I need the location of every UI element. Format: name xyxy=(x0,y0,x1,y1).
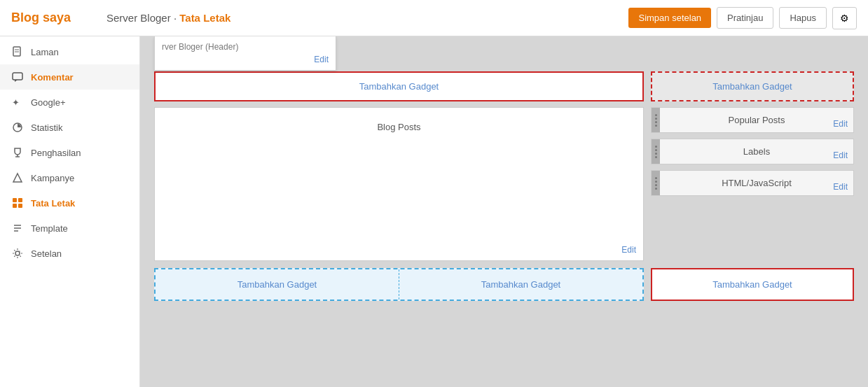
svg-rect-11 xyxy=(18,198,22,202)
labels-edit-link[interactable]: Edit xyxy=(833,150,848,160)
gear-icon: ⚙ xyxy=(840,13,849,24)
main-add-gadget-button[interactable]: Tambahkan Gadget xyxy=(154,71,644,101)
save-button[interactable]: Simpan setelan xyxy=(628,8,711,28)
drag-dot xyxy=(655,181,657,183)
blog-posts-title: Blog Posts xyxy=(163,116,635,138)
sidebar-item-template[interactable]: Template xyxy=(0,216,139,241)
svg-text:✦: ✦ xyxy=(12,97,20,108)
drag-dot xyxy=(655,188,657,190)
html-js-inner: HTML/JavaScript Edit xyxy=(660,171,853,195)
sidebar-label-laman: Laman xyxy=(31,47,59,57)
drag-dot xyxy=(655,177,657,179)
bottom-add-gadget-3[interactable]: Tambahkan Gadget xyxy=(651,268,854,301)
layout-columns: Tambahkan Gadget Blog Posts Edit Tambahk… xyxy=(154,71,854,261)
labels-inner: Labels Edit xyxy=(660,139,853,164)
sidebar-nav: Laman Komentar ✦ Google+ Statistik Pengh… xyxy=(0,36,140,387)
svg-rect-12 xyxy=(13,204,17,208)
drag-dot xyxy=(655,156,657,158)
sidebar-item-kampanye[interactable]: Kampanye xyxy=(0,165,139,190)
bottom-add-label-1: Tambahkan Gadget xyxy=(237,279,317,290)
popular-posts-drag-handle[interactable] xyxy=(652,108,660,132)
bottom-add-label-3: Tambahkan Gadget xyxy=(712,279,792,290)
main-layout: Laman Komentar ✦ Google+ Statistik Pengh… xyxy=(0,36,868,387)
settings-gear-button[interactable]: ⚙ xyxy=(832,7,857,29)
html-js-edit-link[interactable]: Edit xyxy=(833,182,848,192)
svg-rect-10 xyxy=(13,198,17,202)
drag-dot xyxy=(655,149,657,151)
popular-posts-inner: Popular Posts Edit xyxy=(660,108,853,132)
comment-icon xyxy=(11,71,24,83)
settings-icon xyxy=(11,247,24,260)
bottom-add-gadget-2[interactable]: Tambahkan Gadget xyxy=(399,269,642,300)
sidebar-item-tataletak[interactable]: Tata Letak xyxy=(0,190,139,216)
popular-posts-edit-link[interactable]: Edit xyxy=(833,119,848,129)
svg-rect-3 xyxy=(13,73,22,80)
popular-posts-widget: Popular Posts Edit xyxy=(651,107,854,133)
sidebar-item-komentar[interactable]: Komentar xyxy=(0,64,139,90)
sidebar-label-template: Template xyxy=(31,223,68,234)
popular-posts-title: Popular Posts xyxy=(668,115,845,125)
sidebar-label-komentar: Komentar xyxy=(31,72,74,83)
bottom-add-gadget-1[interactable]: Tambahkan Gadget xyxy=(156,269,399,300)
breadcrumb: Server Bloger · Tata Letak xyxy=(106,12,617,24)
preview-button[interactable]: Pratinjau xyxy=(717,7,773,29)
drag-dot xyxy=(655,114,657,116)
sidebar-label-penghasilan: Penghasilan xyxy=(31,148,81,158)
drag-dot xyxy=(655,184,657,186)
bottom-gadget-row: Tambahkan Gadget Tambahkan Gadget Tambah… xyxy=(154,268,854,301)
html-js-title: HTML/JavaScript xyxy=(668,178,845,188)
drag-dot xyxy=(655,118,657,120)
html-js-widget: HTML/JavaScript Edit xyxy=(651,170,854,196)
sidebar-item-setelan[interactable]: Setelan xyxy=(0,241,139,266)
bottom-blue-section: Tambahkan Gadget Tambahkan Gadget xyxy=(154,268,644,301)
header-widget-box: rver Bloger (Header) Edit xyxy=(154,36,336,71)
delete-button[interactable]: Hapus xyxy=(779,7,827,29)
template-icon xyxy=(11,222,24,234)
html-js-drag-handle[interactable] xyxy=(652,171,660,195)
breadcrumb-sep: · xyxy=(174,12,177,24)
sidebar-label-tataletak: Tata Letak xyxy=(31,198,75,209)
labels-drag-handle[interactable] xyxy=(652,139,660,164)
googleplus-icon: ✦ xyxy=(11,96,24,108)
sidebar-widgets-column: Tambahkan Gadget Popular Posts Edit xyxy=(651,71,854,261)
header-widget-title: rver Bloger (Header) xyxy=(162,42,329,52)
svg-marker-9 xyxy=(13,174,22,182)
main-content-column: Tambahkan Gadget Blog Posts Edit xyxy=(154,71,644,261)
labels-widget: Labels Edit xyxy=(651,139,854,164)
drag-dot xyxy=(655,153,657,155)
svg-marker-4 xyxy=(15,80,18,82)
layout-canvas-area: rver Bloger (Header) Edit Tambahkan Gadg… xyxy=(140,36,868,387)
sidebar-add-gadget-button[interactable]: Tambahkan Gadget xyxy=(651,71,854,101)
labels-title: Labels xyxy=(668,146,845,157)
sidebar-label-googleplus: Google+ xyxy=(31,97,66,108)
sidebar-item-laman[interactable]: Laman xyxy=(0,39,139,64)
breadcrumb-active: Tata Letak xyxy=(179,12,230,24)
sidebar-item-penghasilan[interactable]: Penghasilan xyxy=(0,140,139,165)
campaign-icon xyxy=(11,171,24,184)
page-icon xyxy=(11,45,24,58)
blog-posts-edit-link[interactable]: Edit xyxy=(621,245,636,255)
app-header: Blog saya Server Bloger · Tata Letak Sim… xyxy=(0,0,868,36)
blog-logo[interactable]: Blog saya xyxy=(11,10,95,25)
sidebar-label-setelan: Setelan xyxy=(31,248,62,259)
sidebar-add-gadget-label: Tambahkan Gadget xyxy=(712,81,792,92)
drag-dot xyxy=(655,125,657,127)
bottom-add-label-2: Tambahkan Gadget xyxy=(481,279,560,290)
sidebar-item-statistik[interactable]: Statistik xyxy=(0,115,139,140)
sidebar-item-googleplus[interactable]: ✦ Google+ xyxy=(0,90,139,115)
main-add-gadget-label: Tambahkan Gadget xyxy=(359,81,439,92)
drag-dot xyxy=(655,146,657,148)
trophy-icon xyxy=(11,146,24,159)
sidebar-label-kampanye: Kampanye xyxy=(31,173,74,183)
sidebar-label-statistik: Statistik xyxy=(31,122,63,133)
layout-icon xyxy=(11,197,24,209)
header-actions: Simpan setelan Pratinjau Hapus ⚙ xyxy=(628,7,857,29)
blog-posts-box: Blog Posts Edit xyxy=(154,107,644,261)
header-widget-edit-link[interactable]: Edit xyxy=(162,55,329,64)
stats-icon xyxy=(11,121,24,134)
drag-dot xyxy=(655,121,657,123)
breadcrumb-server: Server Bloger xyxy=(106,12,171,24)
svg-rect-13 xyxy=(18,204,22,208)
